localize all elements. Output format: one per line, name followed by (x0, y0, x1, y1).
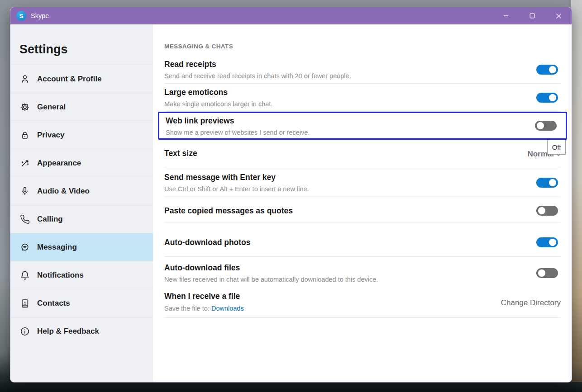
setting-row-large-emoticons: Large emoticons Make single emoticons la… (164, 84, 561, 112)
setting-row-web-link-previews-focused: Web link previews Show me a preview of w… (158, 112, 567, 140)
web-link-previews-toggle[interactable] (535, 121, 557, 131)
maximize-button[interactable] (519, 7, 545, 24)
sidebar-item-label: Calling (37, 215, 63, 224)
sidebar-item-label: General (37, 103, 66, 112)
microphone-icon (19, 186, 30, 197)
skype-logo-icon: S (16, 11, 26, 21)
sidebar-item-account-profile[interactable]: Account & Profile (10, 65, 153, 93)
sidebar-item-label: Privacy (37, 131, 65, 140)
toggle-state-tooltip: Off (547, 140, 566, 155)
sidebar-item-calling[interactable]: Calling (10, 205, 153, 233)
close-button[interactable] (545, 7, 572, 24)
sidebar-item-notifications[interactable]: Notifications (10, 261, 153, 289)
large-emoticons-toggle[interactable] (536, 93, 558, 103)
info-icon (19, 326, 30, 337)
setting-row-auto-download-files: Auto-download files New files received i… (164, 257, 561, 287)
skype-settings-window: S Skype Settings Account & Profile Gen (10, 7, 572, 383)
toggle-knob (538, 207, 545, 214)
auto-download-photos-toggle[interactable] (536, 237, 558, 247)
setting-title: Auto-download photos (164, 238, 561, 247)
wand-icon (19, 158, 30, 169)
section-header: MESSAGING & CHATS (164, 43, 561, 50)
sidebar-item-label: Notifications (37, 271, 84, 280)
contacts-book-icon (19, 298, 30, 309)
phone-icon (19, 214, 30, 225)
setting-row-text-size: Text size Normal (164, 140, 561, 167)
setting-title: Send message with Enter key (164, 173, 561, 182)
sidebar-item-label: Help & Feedback (37, 327, 99, 336)
paste-as-quotes-toggle[interactable] (536, 206, 558, 216)
window-title: Skype (31, 12, 49, 19)
setting-description: New files received in chat will be autom… (164, 276, 561, 283)
setting-title: Read receipts (164, 60, 561, 69)
sidebar-item-contacts[interactable]: Contacts (10, 289, 153, 317)
setting-row-when-i-receive-a-file: When I receive a file Save the file to:D… (164, 287, 561, 318)
toggle-knob (549, 239, 556, 246)
close-icon (556, 13, 562, 19)
minimize-icon (503, 13, 509, 19)
sidebar-item-label: Appearance (37, 159, 81, 168)
sidebar-item-privacy[interactable]: Privacy (10, 121, 153, 149)
sidebar-item-label: Account & Profile (37, 75, 102, 84)
sidebar-item-audio-video[interactable]: Audio & Video (10, 177, 153, 205)
toggle-knob (549, 179, 556, 186)
gear-icon (19, 102, 30, 113)
sidebar-item-label: Contacts (37, 299, 70, 308)
lock-icon (19, 130, 30, 141)
setting-row-auto-download-photos: Auto-download photos (164, 230, 561, 257)
setting-description: Make single emoticons larger in chat. (164, 101, 561, 108)
titlebar: S Skype (10, 7, 572, 24)
setting-title: Text size (164, 149, 561, 158)
sidebar-item-appearance[interactable]: Appearance (10, 149, 153, 177)
toggle-knob (537, 122, 544, 129)
setting-row-paste-as-quotes: Paste copied messages as quotes (164, 197, 561, 222)
setting-title: Paste copied messages as quotes (164, 206, 561, 216)
settings-sidebar: Settings Account & Profile General Priva… (10, 24, 153, 382)
toggle-knob (549, 66, 556, 73)
sidebar-item-label: Messaging (37, 243, 77, 252)
settings-page-title: Settings (19, 42, 153, 57)
setting-description: Send and receive read receipts in chats … (164, 73, 561, 80)
sidebar-item-label: Audio & Video (37, 187, 90, 196)
maximize-icon (530, 13, 535, 19)
save-file-to-label: Save the file to: (164, 305, 210, 312)
send-with-enter-toggle[interactable] (536, 178, 558, 188)
setting-description: Show me a preview of websites I send or … (166, 129, 559, 136)
setting-title: Large emoticons (164, 88, 561, 97)
person-icon (19, 74, 30, 85)
change-directory-button[interactable]: Change Directory (501, 298, 561, 307)
sidebar-item-messaging[interactable]: Messaging (10, 233, 153, 261)
messaging-settings-panel: MESSAGING & CHATS Read receipts Send and… (153, 24, 572, 382)
minimize-button[interactable] (493, 7, 519, 24)
downloads-folder-link[interactable]: Downloads (211, 305, 244, 312)
window-controls (493, 7, 572, 24)
bell-icon (19, 270, 30, 281)
sidebar-item-help-feedback[interactable]: Help & Feedback (10, 317, 153, 345)
read-receipts-toggle[interactable] (536, 65, 558, 75)
setting-title: Auto-download files (164, 263, 561, 273)
toggle-knob (538, 269, 545, 277)
setting-description: Use Ctrl or Shift or Alt + Enter to inse… (164, 186, 561, 193)
toggle-knob (549, 94, 556, 101)
setting-row-send-with-enter: Send message with Enter key Use Ctrl or … (164, 167, 561, 197)
sidebar-item-general[interactable]: General (10, 93, 153, 121)
setting-row-read-receipts: Read receipts Send and receive read rece… (164, 56, 561, 84)
setting-title: Web link previews (166, 116, 559, 126)
chat-bubble-icon (19, 242, 30, 253)
auto-download-files-toggle[interactable] (536, 268, 558, 278)
